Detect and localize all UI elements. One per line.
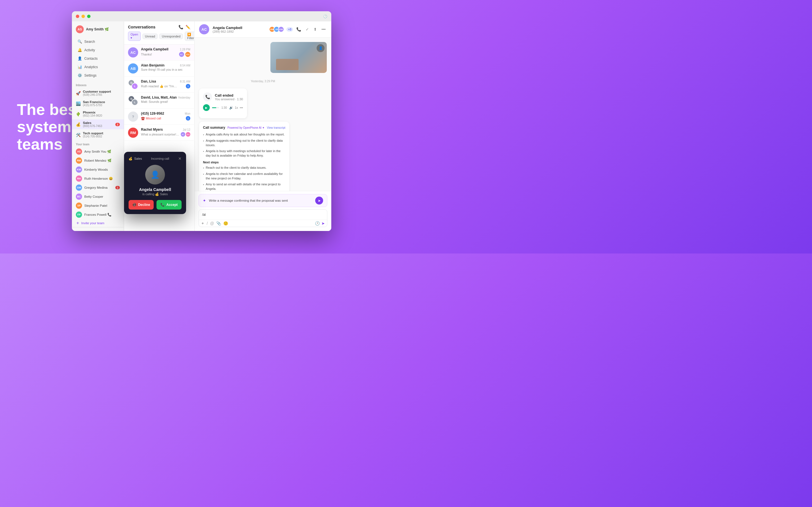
minimize-button[interactable]: [82, 15, 85, 18]
filter-open[interactable]: Open ▾: [128, 32, 141, 41]
check-action-icon[interactable]: ✓: [305, 26, 310, 33]
accept-phone-icon: 📞: [160, 203, 165, 207]
activity-icon: 🔔: [78, 48, 82, 52]
team-badge: 1: [115, 186, 120, 189]
sidebar-item-settings[interactable]: ⚙️ Settings: [73, 71, 122, 79]
sidebar-item-activity[interactable]: 🔔 Activity: [73, 46, 122, 54]
inbox-number: (928) 246-3765: [83, 93, 120, 96]
view-transcript-button[interactable]: View transcript: [267, 126, 285, 129]
speed-icon[interactable]: 1x: [235, 106, 238, 109]
mention-icon[interactable]: @: [210, 221, 214, 226]
image-attachment[interactable]: 👤: [270, 42, 327, 73]
decline-button[interactable]: 📵 Decline: [129, 200, 154, 210]
phone-action-icon[interactable]: 📞: [295, 26, 302, 33]
chat-header: AC Angela Campbell (289) 662-1892 RM JD …: [195, 21, 331, 38]
inbox-customer-support[interactable]: 🚀 Customer support (928) 246-3765: [72, 88, 124, 98]
invite-team-button[interactable]: + Invite your team: [72, 219, 124, 227]
conv-time: Yesterday: [178, 96, 190, 99]
conv-item-dan-lisa[interactable]: D L Dan, Lisa 8:31 AM Ruth reacted 👍 on …: [124, 76, 194, 93]
conv-avatar-sm: RH: [186, 132, 190, 136]
compose-icon[interactable]: ✏️: [186, 25, 190, 29]
chat-input-text[interactable]: /ai: [199, 210, 327, 220]
ai-send-button[interactable]: ➤: [315, 196, 323, 205]
more-action-icon[interactable]: •••: [320, 26, 327, 33]
conv-avatar2: L: [132, 83, 138, 90]
chat-header-actions: RM JD KW +3 📞 ✓ ⬆ •••: [269, 26, 327, 33]
share-action-icon[interactable]: ⬆: [312, 26, 318, 33]
conv-item-angela-campbell[interactable]: AC Angela Campbell 1:28 PM Thanks! AC RM: [124, 45, 194, 61]
team-member-name: Kimberly Woods: [84, 168, 108, 171]
sparkle-icon[interactable]: ✦: [201, 221, 204, 226]
conv-time: 8:31 AM: [180, 80, 190, 83]
conv-avatar-multi: D L: [128, 79, 138, 90]
conv-name: Angela Campbell: [141, 47, 168, 51]
input-toolbar-left: ✦ / @ 📎 🙂: [201, 221, 228, 226]
phone-icon[interactable]: 📞: [179, 25, 183, 29]
conv-item-alan-benjamin[interactable]: AB Alan Benjamin 8:54 AM Sure thing! I'l…: [124, 61, 194, 76]
conv-msg: Thanks!: [141, 53, 152, 56]
inbox-san-francisco[interactable]: 🏙️ San Francisco (415) 875-5793: [72, 99, 124, 108]
sidebar-item-analytics[interactable]: 📊 Analytics: [73, 63, 122, 71]
conv-time: 8:54 AM: [180, 64, 190, 67]
refer-earn-button[interactable]: 🎁 Refer and earn: [72, 230, 124, 231]
team-item-ruth-henderson[interactable]: RH Ruth Henderson 😄: [72, 174, 124, 183]
inbox-tech-support[interactable]: 🛠️ Tech support (514) 705-8002: [72, 130, 124, 140]
volume-icon[interactable]: 🔊: [229, 106, 233, 110]
conv-badge: 1: [186, 116, 190, 121]
chat-contact-phone: (289) 662-1892: [213, 30, 266, 33]
next-step: Amy to send an email with details of the…: [203, 182, 285, 191]
team-item-kimberly-woods[interactable]: KW Kimberly Woods: [72, 165, 124, 174]
slash-icon[interactable]: /: [207, 221, 208, 226]
conv-title-icons: 📞 ✏️: [179, 25, 190, 29]
conv-item-rachel-myers[interactable]: RM Rachel Myers Jul 12 What a pleasant s…: [124, 125, 194, 141]
decline-phone-icon: 📵: [132, 203, 137, 207]
app-window: 🕐 AS Amy Smith 🌿 🔍 Search 🔔 Activity 👤 C…: [72, 11, 331, 231]
call-ended-subtitle: You answered · 1:30: [215, 98, 243, 101]
close-button[interactable]: [76, 15, 79, 18]
accept-button[interactable]: 📞 Accept: [156, 200, 182, 210]
chat-input-toolbar: ✦ / @ 📎 🙂 🕐 ➤: [199, 220, 327, 227]
team-item-stephanie-patel[interactable]: SP Stephanie Patel: [72, 201, 124, 210]
sales-emoji: 💰: [129, 157, 133, 161]
sidebar-item-contacts[interactable]: 👤 Contacts: [73, 54, 122, 62]
sidebar-bottom: 🎁 Refer and earn ℹ️ Help and support: [72, 227, 124, 231]
conv-avatar: RM: [128, 128, 138, 138]
caller-avatar-inner: 👤: [145, 165, 165, 184]
team-item-gregory-medina[interactable]: GM Gregory Medina 1: [72, 183, 124, 192]
send-icon[interactable]: ➤: [321, 221, 325, 226]
emoji-icon[interactable]: 🙂: [223, 221, 228, 226]
next-step: Angela to check her calendar and confirm…: [203, 172, 285, 180]
conv-item-missed-call[interactable]: ? (415) 128-9562 Mon ☎️ Missed call 1: [124, 109, 194, 125]
team-item-frances-powell[interactable]: FP Frances Powell 📞: [72, 210, 124, 219]
team-item-amy-smith[interactable]: AS Amy Smith You 🌿: [72, 147, 124, 156]
play-button[interactable]: ▶: [203, 104, 210, 111]
contacts-icon: 👤: [78, 56, 82, 61]
close-icon[interactable]: ✕: [178, 156, 182, 161]
sidebar-user[interactable]: AS Amy Smith 🌿: [72, 21, 124, 36]
sidebar-item-label: Search: [84, 40, 95, 44]
conv-time: Mon: [185, 112, 190, 115]
schedule-icon[interactable]: 🕐: [315, 221, 320, 226]
filter-unread[interactable]: Unread: [142, 34, 158, 39]
team-item-robert-mendez[interactable]: RM Robert Mendez 🌿: [72, 156, 124, 165]
next-steps-title: Next steps: [203, 161, 285, 164]
avatar: AS: [76, 25, 84, 33]
inbox-sales[interactable]: 💰 Sales (800) 676-7463 2: [72, 119, 124, 129]
attachment-icon[interactable]: 📎: [216, 221, 221, 226]
next-step: Reach out to the client to clarify data …: [203, 166, 285, 170]
team-item-betty-cooper[interactable]: BC Betty Cooper: [72, 192, 124, 201]
conv-item-group[interactable]: D L David, Lisa, Matt, Alan Yesterday Ma…: [124, 93, 194, 109]
call-ended-card: 📞 Call ended You answered · 1:30 ▶ 1:30: [199, 89, 247, 118]
call-ended-header: 📞 Call ended You answered · 1:30: [203, 93, 243, 101]
call-caller-sub: is calling 💰 Sales: [129, 192, 182, 196]
inbox-number: (800) 676-7463: [83, 124, 113, 128]
more-audio-icon[interactable]: •••: [240, 106, 243, 109]
avatar: AS: [76, 149, 82, 155]
maximize-button[interactable]: [87, 15, 91, 18]
sidebar-item-search[interactable]: 🔍 Search: [73, 38, 122, 46]
conv-name: Dan, Lisa: [141, 79, 156, 83]
inbox-phoenix[interactable]: 🌵 Phoenix (602) 154-9820: [72, 109, 124, 119]
filter-unresponded[interactable]: Unresponded: [159, 34, 183, 39]
conv-name: Rachel Myers: [141, 128, 163, 131]
audio-progress[interactable]: [212, 107, 219, 108]
